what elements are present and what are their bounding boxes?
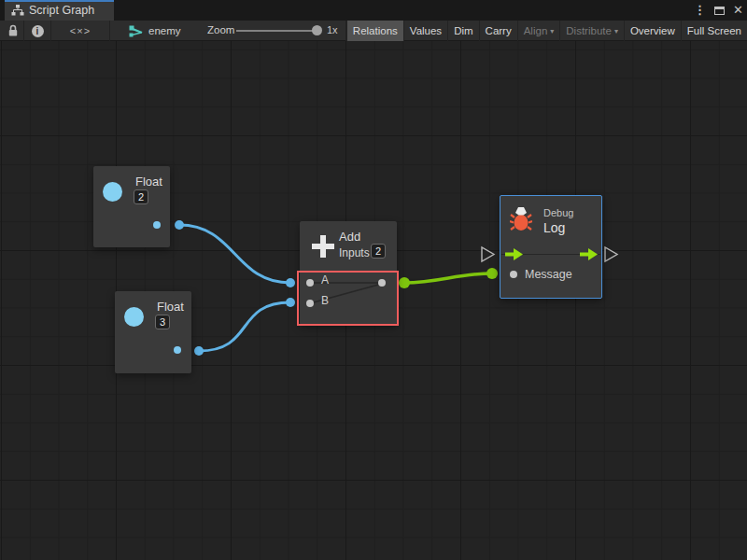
close-icon[interactable]: ✕ bbox=[733, 0, 743, 21]
node-title: Float bbox=[157, 300, 184, 314]
toolbar-button-fullscreen[interactable]: Full Screen bbox=[681, 21, 747, 41]
node-title: Log bbox=[543, 220, 565, 235]
toolbar-button-align[interactable]: Align ▾ bbox=[517, 21, 560, 41]
bug-icon bbox=[510, 206, 532, 232]
wire-endpoint bbox=[286, 278, 295, 287]
wire-float2-to-a bbox=[179, 225, 290, 283]
chevron-down-icon: ▾ bbox=[550, 21, 554, 41]
input-port-a[interactable] bbox=[306, 279, 314, 287]
window-menu-icon[interactable]: ⋮ bbox=[694, 0, 706, 21]
float-value-field[interactable]: 3 bbox=[155, 315, 170, 329]
tab-script-graph[interactable]: Script Graph bbox=[5, 0, 114, 21]
chevron-down-icon: ▾ bbox=[614, 21, 618, 41]
output-port[interactable] bbox=[153, 221, 161, 229]
toolbar-separator bbox=[109, 21, 110, 41]
message-port-label: Message bbox=[525, 268, 572, 281]
maximize-icon[interactable] bbox=[714, 7, 725, 15]
wire-endpoint bbox=[286, 298, 295, 307]
toolbar-buttons: Relations Values Dim Carry Align ▾ Distr… bbox=[346, 21, 747, 41]
plus-icon bbox=[311, 234, 335, 259]
zoom-value: 1x bbox=[327, 24, 338, 35]
toolbar-button-overview[interactable]: Overview bbox=[624, 21, 681, 41]
output-port[interactable] bbox=[174, 346, 181, 354]
node-debug-log[interactable]: Debug Log Message bbox=[500, 195, 602, 299]
toolbar-separator bbox=[23, 21, 24, 41]
wire-add-to-message bbox=[404, 273, 492, 283]
toolbar-button-values[interactable]: Values bbox=[403, 21, 447, 41]
script-graph-asset-icon bbox=[129, 25, 144, 37]
zoom-slider-track[interactable] bbox=[236, 30, 317, 32]
code-brackets-icon: <×> bbox=[70, 25, 91, 36]
float-value-icon bbox=[124, 307, 144, 327]
zoom-slider-handle[interactable] bbox=[312, 25, 322, 35]
toolbar-button-relations[interactable]: Relations bbox=[346, 21, 403, 41]
float-value-field[interactable]: 2 bbox=[134, 189, 148, 204]
tab-title: Script Graph bbox=[29, 4, 94, 17]
lock-icon bbox=[7, 24, 19, 37]
window-controls: ⋮ ✕ bbox=[694, 0, 743, 21]
node-title: Float bbox=[135, 175, 162, 189]
inputs-label: Inputs bbox=[339, 246, 370, 259]
graph-toolbar: i <×> enemy Zoom 1x Relations Values Dim… bbox=[0, 21, 747, 41]
script-graph-window: Script Graph ⋮ ✕ i <×> bbox=[0, 0, 747, 560]
flow-in-arrow-icon[interactable] bbox=[505, 247, 524, 261]
lock-button[interactable] bbox=[4, 21, 22, 41]
info-button[interactable]: i bbox=[25, 21, 49, 41]
output-port[interactable] bbox=[378, 279, 386, 287]
input-port-b[interactable] bbox=[306, 300, 314, 307]
toolbar-separator bbox=[50, 21, 51, 41]
tab-bar: Script Graph ⋮ ✕ bbox=[0, 0, 747, 21]
zoom-label: Zoom bbox=[207, 24, 234, 35]
wire-endpoint bbox=[399, 277, 410, 288]
flow-in-triangle-icon[interactable] bbox=[482, 247, 494, 261]
graph-reference[interactable]: enemy bbox=[129, 21, 181, 41]
graph-hierarchy-icon bbox=[11, 5, 24, 16]
node-add[interactable]: Add Inputs 2 A B bbox=[300, 221, 397, 325]
inputs-count-field[interactable]: 2 bbox=[371, 244, 386, 259]
port-label-a: A bbox=[321, 273, 329, 287]
node-title: Add bbox=[339, 230, 360, 244]
wire-endpoint bbox=[194, 346, 204, 356]
graph-name-label: enemy bbox=[148, 25, 181, 36]
port-label-b: B bbox=[321, 294, 329, 307]
flow-out-triangle-icon[interactable] bbox=[605, 247, 617, 261]
wire-endpoint bbox=[486, 268, 498, 279]
node-float-2[interactable]: Float 2 bbox=[93, 166, 170, 247]
wire-endpoint bbox=[175, 220, 184, 230]
toolbar-button-dim[interactable]: Dim bbox=[447, 21, 478, 41]
edit-source-button[interactable]: <×> bbox=[52, 21, 108, 41]
node-category: Debug bbox=[543, 207, 573, 218]
toolbar-button-carry[interactable]: Carry bbox=[479, 21, 517, 41]
flow-out-arrow-icon[interactable] bbox=[580, 247, 599, 261]
float-value-icon bbox=[103, 182, 122, 202]
graph-canvas[interactable]: Float 2 Float 3 Add Inputs 2 A bbox=[0, 41, 747, 560]
node-float-3[interactable]: Float 3 bbox=[115, 291, 191, 373]
info-icon: i bbox=[32, 25, 44, 37]
toolbar-button-distribute[interactable]: Distribute ▾ bbox=[559, 21, 624, 41]
wire-float3-to-b bbox=[199, 302, 290, 351]
message-input-port[interactable] bbox=[510, 271, 517, 278]
